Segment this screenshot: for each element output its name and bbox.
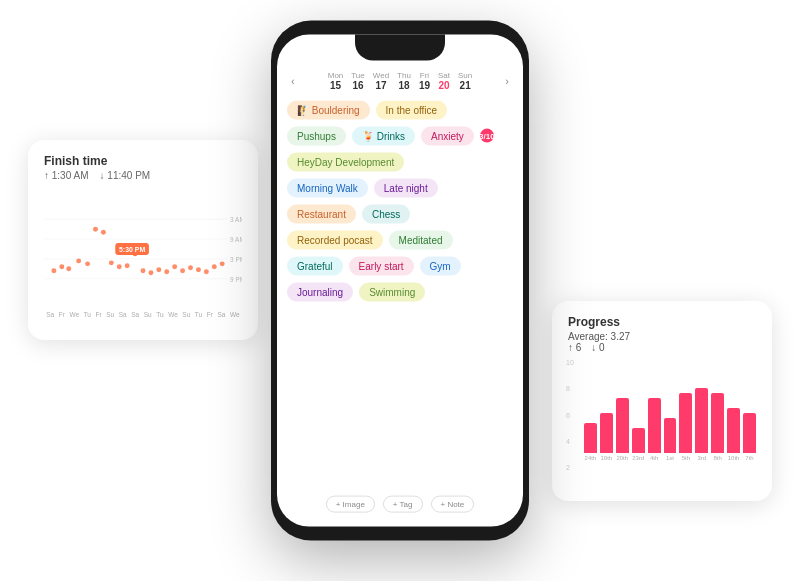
progress-updown: ↑ 6 ↓ 0 xyxy=(568,342,756,353)
calendar-days: Mon15Tue16Wed17Thu18Fri19Sat20Sun21 xyxy=(328,70,473,90)
bar-label: 23rd xyxy=(632,455,644,461)
progress-up: ↑ 6 xyxy=(568,342,581,353)
calendar-day[interactable]: Wed17 xyxy=(373,70,389,90)
tag-item[interactable]: Swimming xyxy=(359,282,425,301)
tag-item[interactable]: Journaling xyxy=(287,282,353,301)
calendar-day[interactable]: Fri19 xyxy=(419,70,430,90)
phone-notch xyxy=(355,34,445,60)
tag-item[interactable]: In the office xyxy=(376,100,448,119)
tag-item[interactable]: Morning Walk xyxy=(287,178,368,197)
svg-point-12 xyxy=(117,264,122,269)
svg-text:9 AM: 9 AM xyxy=(230,236,242,243)
chart-x-label: Sa xyxy=(131,311,139,318)
svg-text:5:30 PM: 5:30 PM xyxy=(119,246,145,253)
svg-point-22 xyxy=(196,267,201,272)
tag-item[interactable]: Restaurant xyxy=(287,204,356,223)
tag-row: Recorded pocastMeditated xyxy=(287,230,513,249)
toolbar-btn[interactable]: + Tag xyxy=(383,495,423,512)
tag-badge: 3/10 xyxy=(480,129,494,143)
tag-item[interactable]: Pushups xyxy=(287,126,346,145)
svg-text:3 PM: 3 PM xyxy=(230,256,242,263)
bar xyxy=(584,423,597,453)
tag-item[interactable]: HeyDay Development xyxy=(287,152,404,171)
tag-item[interactable]: 🍹 Drinks xyxy=(352,126,415,145)
calendar-day[interactable]: Thu18 xyxy=(397,70,411,90)
tag-row: Pushups🍹 DrinksAnxiety3/10 xyxy=(287,126,513,145)
tag-item[interactable]: 🧗 Bouldering xyxy=(287,100,370,119)
bar-label: 1st xyxy=(666,455,674,461)
chart-x-label: Fr xyxy=(96,311,102,318)
toolbar-btn[interactable]: + Note xyxy=(431,495,475,512)
chart-x-label: Tu xyxy=(195,311,202,318)
svg-point-4 xyxy=(51,268,56,273)
calendar-header: ‹ Mon15Tue16Wed17Thu18Fri19Sat20Sun21 › xyxy=(287,70,513,90)
svg-text:9 PM: 9 PM xyxy=(230,276,242,283)
bar-column: 5th xyxy=(679,393,692,461)
calendar-day[interactable]: Sat20 xyxy=(438,70,450,90)
finish-time-stats: ↑ 1:30 AM ↓ 11:40 PM xyxy=(44,170,242,181)
tag-row: RestaurantChess xyxy=(287,204,513,223)
prev-arrow[interactable]: ‹ xyxy=(291,74,295,86)
bar xyxy=(679,393,692,453)
progress-bar-area: 24th19th20th23rd4th1st5th3rd8th10th7th xyxy=(568,359,756,479)
svg-point-9 xyxy=(93,227,98,232)
chart-x-label: Sa xyxy=(119,311,127,318)
bar-column: 8th xyxy=(711,393,724,461)
tag-row: 🧗 BoulderingIn the office xyxy=(287,100,513,119)
chart-x-label: Sa xyxy=(217,311,225,318)
svg-point-17 xyxy=(156,267,161,272)
progress-card: Progress Average: 3.27 ↑ 6 ↓ 0 108642 24… xyxy=(552,301,772,501)
bar-label: 7th xyxy=(745,455,753,461)
tag-item[interactable]: Early start xyxy=(349,256,414,275)
bar-column: 19th xyxy=(600,413,613,461)
svg-point-5 xyxy=(59,264,64,269)
bar xyxy=(711,393,724,453)
tag-row: HeyDay Development xyxy=(287,152,513,171)
tag-item[interactable]: Anxiety xyxy=(421,126,474,145)
tag-row: JournalingSwimming xyxy=(287,282,513,301)
tag-item[interactable]: Late night xyxy=(374,178,438,197)
bar-label: 10th xyxy=(728,455,740,461)
phone-toolbar: + Image+ Tag+ Note xyxy=(287,487,513,516)
bar-column: 1st xyxy=(664,418,677,461)
next-arrow[interactable]: › xyxy=(505,74,509,86)
svg-point-20 xyxy=(180,268,185,273)
toolbar-btn[interactable]: + Image xyxy=(326,495,375,512)
calendar-day[interactable]: Tue16 xyxy=(351,70,365,90)
chart-x-label: Su xyxy=(106,311,114,318)
svg-point-24 xyxy=(212,264,217,269)
calendar-day[interactable]: Sun21 xyxy=(458,70,472,90)
tag-item[interactable]: Chess xyxy=(362,204,410,223)
chart-x-labels: SaFrWeTuFrSuSaSaSuTuWeSuTuFrSaWe xyxy=(44,311,242,318)
svg-point-13 xyxy=(125,263,130,268)
svg-point-6 xyxy=(66,266,71,271)
tag-item[interactable]: Meditated xyxy=(389,230,453,249)
svg-point-18 xyxy=(164,269,169,274)
svg-point-25 xyxy=(220,261,225,266)
bar-label: 24th xyxy=(585,455,597,461)
bar xyxy=(648,398,661,453)
bar-label: 20th xyxy=(616,455,628,461)
bar xyxy=(616,398,629,453)
svg-point-21 xyxy=(188,265,193,270)
chart-x-label: Fr xyxy=(59,311,65,318)
tag-item[interactable]: Recorded pocast xyxy=(287,230,383,249)
calendar-day[interactable]: Mon15 xyxy=(328,70,344,90)
finish-time-down: ↓ 11:40 PM xyxy=(100,170,151,181)
svg-point-16 xyxy=(148,270,153,275)
bar xyxy=(664,418,677,453)
bar xyxy=(727,408,740,453)
svg-point-11 xyxy=(109,260,114,265)
tag-item[interactable]: Gym xyxy=(420,256,461,275)
finish-time-svg: 5:30 PM 3 AM 9 AM 3 PM 9 PM xyxy=(44,189,242,309)
tag-item[interactable]: Grateful xyxy=(287,256,343,275)
tags-container: 🧗 BoulderingIn the officePushups🍹 Drinks… xyxy=(287,100,513,487)
tag-row: Morning WalkLate night xyxy=(287,178,513,197)
finish-time-chart: 5:30 PM 3 AM 9 AM 3 PM 9 PM xyxy=(44,189,242,309)
chart-x-label: Su xyxy=(182,311,190,318)
bar-column: 20th xyxy=(616,398,629,461)
phone-frame: ‹ Mon15Tue16Wed17Thu18Fri19Sat20Sun21 › … xyxy=(271,20,529,540)
progress-title: Progress xyxy=(568,315,756,329)
chart-x-label: Sa xyxy=(46,311,54,318)
bar xyxy=(695,388,708,453)
